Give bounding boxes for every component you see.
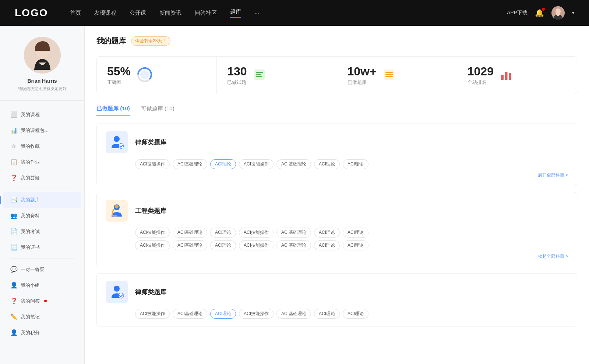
stat-accuracy-value: 55%	[107, 65, 131, 78]
profile-avatar[interactable]	[24, 37, 61, 74]
tag-2-2-6[interactable]: ACI理论	[314, 240, 340, 250]
qbank-card-2-expand[interactable]: 收起全部科目 >	[106, 253, 568, 260]
sidebar-item-qa[interactable]: ❓ 我的答疑	[3, 170, 81, 186]
sidebar-item-points[interactable]: 👤 我的积分	[3, 325, 81, 340]
app-download-button[interactable]: APP下载	[507, 10, 528, 16]
tag-1-2[interactable]: ACI基础理论	[173, 159, 207, 169]
nav-discover[interactable]: 发现课程	[94, 10, 116, 17]
tag-2-2-5[interactable]: ACI基础理论	[276, 240, 311, 250]
tag-2-1-2[interactable]: ACI基础理论	[173, 228, 207, 238]
svg-rect-17	[505, 72, 507, 80]
tag-2-1-4[interactable]: ACI技能操作	[239, 228, 274, 238]
notes-icon: ✏️	[10, 313, 17, 320]
materials-icon: 👥	[10, 212, 17, 219]
tabs-row: 已做题库 (10) 可做题库 (10)	[96, 105, 577, 116]
stat-accuracy-label: 正确率	[107, 79, 131, 86]
trial-badge: 体验剩余23天！	[131, 36, 170, 46]
header-right: APP下载 🔔 ▾	[507, 6, 574, 19]
nav-news[interactable]: 新闻资讯	[159, 10, 181, 17]
sidebar-item-my-course[interactable]: ⬜ 我的课程	[3, 107, 81, 122]
tag-2-1-6[interactable]: ACI理论	[314, 228, 340, 238]
nav-more[interactable]: ···	[254, 10, 259, 16]
notification-bell[interactable]: 🔔	[535, 8, 544, 17]
page-title: 我的题库	[96, 36, 126, 46]
sidebar-item-group[interactable]: 👤 我的小组	[3, 277, 81, 293]
sidebar-item-qbank[interactable]: 📑 我的题库	[3, 192, 81, 208]
tag-1-7[interactable]: ACI理论	[343, 159, 368, 169]
tag-2-2-2[interactable]: ACI基础理论	[173, 240, 207, 250]
sidebar-item-homework[interactable]: 📋 我的作业	[3, 154, 81, 170]
sidebar-item-my-qa[interactable]: ❓ 我的问答	[3, 293, 81, 309]
sidebar-item-notes[interactable]: ✏️ 我的笔记	[3, 309, 81, 325]
tag-3-7[interactable]: ACI理论	[343, 309, 368, 319]
qbank-card-2-tags-row1: ACI技能操作 ACI基础理论 ACI理论 ACI技能操作 ACI基础理论 AC…	[135, 228, 568, 238]
tag-3-1[interactable]: ACI技能操作	[135, 309, 170, 319]
sidebar-item-course-package[interactable]: 📊 我的课程包...	[3, 122, 81, 138]
tag-2-1-5[interactable]: ACI基础理论	[276, 228, 311, 238]
tag-2-1-7[interactable]: ACI理论	[343, 228, 368, 238]
stat-done-banks: 10w+ 已做题库	[337, 57, 457, 94]
qbank-card-1-title: 律师类题库	[135, 138, 166, 147]
sidebar-item-label: 我的课程	[21, 111, 40, 118]
nav-open-course[interactable]: 公开课	[130, 10, 146, 17]
exam-icon: 📄	[10, 228, 17, 235]
tag-2-2-3[interactable]: ACI理论	[210, 240, 236, 250]
sidebar-item-label: 我的收藏	[21, 143, 40, 150]
tab-available-banks[interactable]: 可做题库 (10)	[141, 105, 174, 116]
svg-point-7	[140, 70, 149, 79]
qbank-card-2: 工程类题库 ACI技能操作 ACI基础理论 ACI理论 ACI技能操作 ACI基…	[96, 192, 577, 267]
stat-rank-label: 全站排名	[468, 79, 494, 86]
tag-2-1-3[interactable]: ACI理论	[210, 228, 236, 238]
tag-3-5[interactable]: ACI基础理论	[276, 309, 311, 319]
stats-row: 55% 正确率 130 已做试题	[96, 56, 577, 94]
sidebar-menu: ⬜ 我的课程 📊 我的课程包... ☆ 我的收藏 📋 我的作业 ❓ 我的答疑 📑	[0, 107, 84, 340]
sidebar-item-label: 我的答疑	[21, 175, 40, 181]
sidebar-motto: 错误的决定比没有决定要好	[18, 86, 67, 92]
tag-2-2-1[interactable]: ACI技能操作	[135, 240, 170, 250]
tag-1-5[interactable]: ACI基础理论	[276, 159, 311, 169]
svg-rect-13	[385, 72, 393, 73]
sidebar-item-favorites[interactable]: ☆ 我的收藏	[3, 138, 81, 154]
qa-icon: ❓	[10, 174, 17, 181]
user-avatar[interactable]	[551, 6, 565, 19]
stat-done-questions: 130 已做试题	[217, 57, 337, 94]
qbank-card-1-expand[interactable]: 展开全部科目 >	[106, 172, 568, 178]
banks-icon	[382, 68, 396, 83]
tag-1-3[interactable]: ACI理论	[210, 159, 236, 169]
qbank-card-1-icon	[106, 131, 128, 153]
qbank-card-2-title: 工程类题库	[135, 207, 166, 215]
tag-1-6[interactable]: ACI理论	[314, 159, 340, 169]
sidebar-item-label: 我的笔记	[21, 314, 40, 320]
tag-2-1-1[interactable]: ACI技能操作	[135, 228, 170, 238]
svg-point-1	[556, 8, 561, 14]
sidebar-item-exam[interactable]: 📄 我的考试	[3, 224, 81, 239]
tag-3-3[interactable]: ACI理论	[210, 309, 236, 319]
tab-done-banks[interactable]: 已做题库 (10)	[96, 105, 130, 116]
svg-rect-15	[385, 76, 393, 77]
sidebar-item-certificate[interactable]: 📃 我的证书	[3, 239, 81, 255]
tag-3-4[interactable]: ACI技能操作	[239, 309, 274, 319]
tag-2-2-4[interactable]: ACI技能操作	[239, 240, 274, 250]
sidebar-item-label: 我的积分	[21, 329, 40, 336]
tag-3-2[interactable]: ACI基础理论	[173, 309, 207, 319]
svg-point-23	[114, 286, 120, 292]
sidebar-item-1on1[interactable]: 💬 一对一答疑	[3, 261, 81, 277]
tag-3-6[interactable]: ACI理论	[314, 309, 340, 319]
sidebar-item-materials[interactable]: 👥 我的资料	[3, 208, 81, 224]
tag-1-4[interactable]: ACI技能操作	[239, 159, 274, 169]
notification-dot	[542, 8, 545, 11]
svg-point-19	[114, 136, 120, 142]
nav-home[interactable]: 首页	[70, 10, 81, 17]
tag-1-1[interactable]: ACI技能操作	[135, 159, 170, 169]
sidebar-divider-1	[10, 189, 74, 189]
nav-qa[interactable]: 问答社区	[195, 10, 217, 17]
cert-icon: 📃	[10, 244, 17, 251]
sidebar-divider-2	[10, 258, 74, 258]
main-content: 我的题库 体验剩余23天！ 55% 正确率	[85, 26, 589, 364]
sidebar-item-label: 我的证书	[21, 244, 40, 251]
tag-2-2-7[interactable]: ACI理论	[343, 240, 368, 250]
nav-qbank[interactable]: 题库	[230, 8, 241, 18]
qbank-card-1: 律师类题库 ACI技能操作 ACI基础理论 ACI理论 ACI技能操作 ACI基…	[96, 124, 577, 186]
user-menu-chevron[interactable]: ▾	[572, 10, 574, 15]
sidebar-profile: Brian Harris 错误的决定比没有决定要好	[0, 37, 84, 101]
